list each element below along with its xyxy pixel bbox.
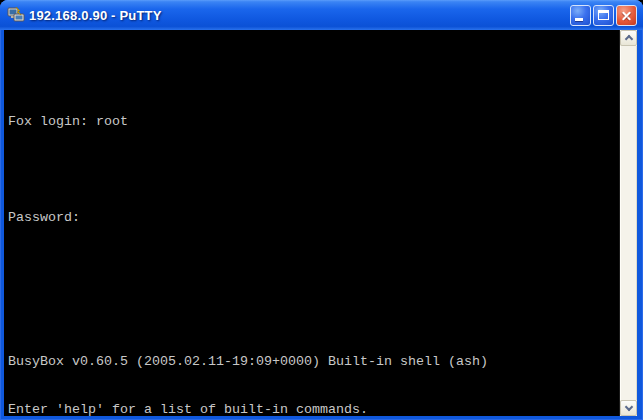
maximize-icon [598, 10, 609, 20]
chevron-down-icon [625, 403, 633, 411]
terminal-line [8, 66, 619, 82]
window-controls [570, 5, 637, 26]
terminal-line-busybox: BusyBox v0.60.5 (2005.02.11-19:09+0000) … [8, 354, 619, 370]
client-area: Fox login: root Password: BusyBox v0.60.… [4, 30, 637, 416]
minimize-button[interactable] [570, 5, 591, 26]
terminal-line [8, 258, 619, 274]
terminal-line-help: Enter 'help' for a list of built-in comm… [8, 402, 619, 416]
terminal-line [8, 162, 619, 178]
maximize-button[interactable] [593, 5, 614, 26]
scrollbar[interactable] [619, 30, 637, 416]
chevron-up-icon [625, 35, 633, 43]
close-button[interactable] [616, 5, 637, 26]
scroll-down-button[interactable] [620, 400, 637, 416]
putty-window: 192.168.0.90 - PuTTY Fox login: root Pas… [0, 0, 643, 420]
scroll-up-button[interactable] [620, 30, 637, 46]
terminal[interactable]: Fox login: root Password: BusyBox v0.60.… [4, 30, 619, 416]
scrollbar-thumb[interactable] [620, 46, 637, 400]
terminal-line [8, 306, 619, 322]
terminal-line-login: Fox login: root [8, 114, 619, 130]
terminal-line-password: Password: [8, 210, 619, 226]
titlebar[interactable]: 192.168.0.90 - PuTTY [0, 0, 643, 30]
minimize-icon [575, 18, 583, 21]
window-title: 192.168.0.90 - PuTTY [29, 8, 570, 23]
putty-app-icon[interactable] [7, 6, 25, 24]
